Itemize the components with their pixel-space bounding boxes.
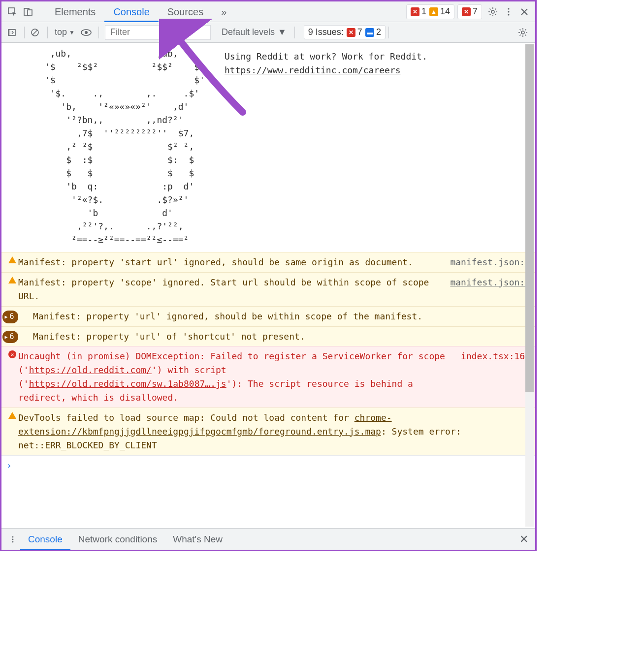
kebab-menu-icon[interactable] <box>501 4 516 20</box>
context-label: top <box>55 27 67 37</box>
filter-input[interactable] <box>105 25 211 40</box>
toggle-sidebar-icon[interactable] <box>4 25 19 40</box>
log-message: Manifest: property 'scope' ignored. Star… <box>18 276 442 303</box>
ascii-art: ,ub, ,ub, '$ ²$$² ²$$² $' '$ $' '$. ., ,… <box>7 47 205 246</box>
svg-point-3 <box>491 10 494 13</box>
console-warning-row: ▶6 Manifest: property 'url' of 'shortcut… <box>1 326 535 346</box>
live-expression-icon[interactable] <box>79 25 94 40</box>
log-source-link[interactable]: manifest.json:1 <box>450 276 530 303</box>
console-settings-gear-icon[interactable] <box>515 25 530 40</box>
svg-point-12 <box>521 31 524 34</box>
error-circle-icon: ✕ <box>6 349 18 405</box>
svg-point-5 <box>508 11 509 12</box>
warning-count: 14 <box>440 6 450 17</box>
log-source-link[interactable]: manifest.json:1 <box>450 255 530 269</box>
error-warning-badge[interactable]: ✕ 1 ▲ 14 <box>406 4 454 19</box>
console-warning-row: Manifest: property 'start_url' ignored, … <box>1 252 535 272</box>
issues-err-count: 7 <box>357 27 362 37</box>
console-subbar: top ▼ Default levels ▼ 9 Issues: ✕ 7 ▬ 2 <box>1 22 535 43</box>
chevron-down-icon: ▼ <box>278 27 287 37</box>
repeat-count-pill[interactable]: ▶6 <box>2 311 18 323</box>
error-url-link[interactable]: https://old.reddit.com/sw.1ab8087….js <box>29 378 226 389</box>
svg-point-13 <box>12 536 14 537</box>
warning-icon: ▲ <box>429 7 438 16</box>
error-url-link[interactable]: https://old.reddit.com/ <box>29 365 152 375</box>
console-warning-row: ▶6 Manifest: property 'url' ignored, sho… <box>1 306 535 326</box>
inspect-element-icon[interactable] <box>4 4 20 20</box>
log-source-link[interactable]: index.tsx:163 <box>461 349 530 405</box>
chevron-down-icon: ▼ <box>69 29 75 36</box>
error-count: 1 <box>421 6 426 17</box>
log-message: DevTools failed to load source map: Coul… <box>18 411 530 452</box>
svg-point-11 <box>85 31 88 34</box>
tab-elements[interactable]: Elements <box>46 1 104 22</box>
svg-rect-2 <box>28 10 32 15</box>
drawer-menu-icon[interactable] <box>5 532 20 547</box>
separator <box>47 27 48 38</box>
settings-gear-icon[interactable] <box>485 4 501 20</box>
clear-console-icon[interactable] <box>28 25 42 40</box>
separator <box>388 27 389 38</box>
console-error-row: ✕ Uncaught (in promise) DOMException: Fa… <box>1 346 535 408</box>
tab-console[interactable]: Console <box>104 1 158 22</box>
info-icon: ▬ <box>365 28 374 37</box>
drawer-tab-network-conditions[interactable]: Network conditions <box>70 529 165 550</box>
levels-label: Default levels <box>222 27 275 37</box>
separator <box>98 27 99 38</box>
issues-button[interactable]: 9 Issues: ✕ 7 ▬ 2 <box>304 25 386 39</box>
careers-link[interactable]: https://www.redditinc.com/careers <box>225 65 401 75</box>
log-levels-selector[interactable]: Default levels ▼ <box>217 27 291 37</box>
svg-point-6 <box>508 14 509 15</box>
message-count: 7 <box>473 6 478 17</box>
warning-triangle-icon <box>6 276 18 303</box>
svg-point-14 <box>12 538 14 540</box>
scrollbar-track[interactable] <box>525 44 534 527</box>
log-message: Manifest: property 'url' of 'shortcut' n… <box>33 330 530 344</box>
svg-point-15 <box>12 541 14 542</box>
warning-triangle-icon <box>6 255 18 269</box>
console-warning-row: DevTools failed to load source map: Coul… <box>1 408 535 455</box>
ascii-message: Using Reddit at work? Work for Reddit. h… <box>225 47 427 246</box>
separator <box>294 27 295 38</box>
console-warning-row: Manifest: property 'scope' ignored. Star… <box>1 272 535 306</box>
close-devtools-icon[interactable] <box>516 4 532 20</box>
drawer-tabs: Console Network conditions What's New ✕ <box>1 528 535 550</box>
tab-sources[interactable]: Sources <box>159 1 212 22</box>
svg-point-4 <box>508 8 509 9</box>
device-toolbar-icon[interactable] <box>20 4 36 20</box>
issues-label: 9 Issues: <box>308 27 344 37</box>
console-body: ,ub, ,ub, '$ ²$$² ²$$² $' '$ $' '$. ., ,… <box>1 43 535 528</box>
devtools-tabs: Elements Console Sources » <box>46 1 235 22</box>
console-log-ascii: ,ub, ,ub, '$ ²$$² ²$$² $' '$ $' '$. ., ,… <box>1 43 535 252</box>
drawer-tab-whats-new[interactable]: What's New <box>165 529 230 550</box>
error-icon: ✕ <box>347 28 355 37</box>
log-message: Uncaught (in promise) DOMException: Fail… <box>18 349 453 405</box>
expand-icon[interactable]: ▶6 <box>6 310 18 323</box>
drawer-close-icon[interactable]: ✕ <box>516 532 531 547</box>
more-tabs-button[interactable]: » <box>212 1 235 22</box>
scrollbar-thumb[interactable] <box>525 44 534 392</box>
log-message: Manifest: property 'url' ignored, should… <box>33 310 530 323</box>
message-badge[interactable]: ✕ 7 <box>457 4 482 19</box>
expand-icon[interactable]: ▶6 <box>6 330 18 344</box>
ascii-text-line: Using Reddit at work? Work for Reddit. <box>225 50 427 63</box>
message-icon: ✕ <box>462 7 471 16</box>
issues-info-count: 2 <box>376 27 381 37</box>
svg-rect-8 <box>8 30 10 35</box>
warning-triangle-icon <box>6 411 18 452</box>
separator <box>24 27 25 38</box>
console-prompt[interactable]: › <box>1 455 535 475</box>
prompt-caret-icon: › <box>6 459 12 472</box>
devtools-toolbar: Elements Console Sources » ✕ 1 ▲ 14 ✕ 7 <box>1 1 535 22</box>
drawer-tab-console[interactable]: Console <box>20 529 70 550</box>
context-selector[interactable]: top ▼ <box>51 25 79 39</box>
log-message: Manifest: property 'start_url' ignored, … <box>18 255 442 269</box>
error-icon: ✕ <box>411 7 419 16</box>
repeat-count-pill[interactable]: ▶6 <box>2 331 18 344</box>
